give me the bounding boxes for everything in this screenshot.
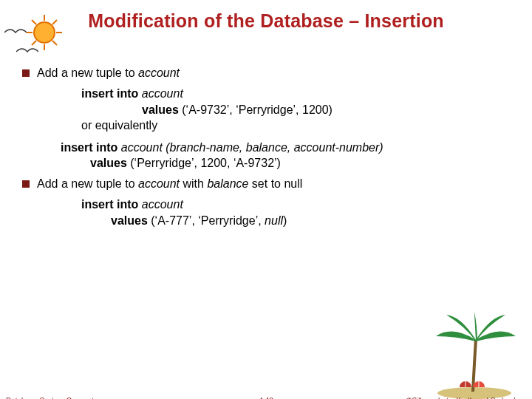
kw: insert into	[61, 141, 121, 154]
ident: account	[142, 87, 183, 100]
bullet-item: Add a new tuple to account with balance …	[22, 177, 510, 191]
ident: account (branch-name, balance, account-n…	[121, 141, 383, 154]
ident: account	[142, 198, 183, 211]
code-block: insert into account (branch-name, balanc…	[61, 140, 510, 171]
text: with	[180, 177, 207, 190]
bird-icon	[16, 46, 38, 58]
slide-title: Modification of the Database – Insertion	[0, 10, 532, 32]
italic-text: account	[138, 66, 180, 79]
bullet-square-icon	[22, 180, 30, 188]
code-block: insert into account values (‘A-777’, ‘Pe…	[81, 197, 510, 228]
kw: values	[90, 157, 130, 169]
vals: (‘A-777’, ‘Perryridge’,	[151, 214, 265, 227]
text: or equivalently	[81, 117, 510, 134]
bullet-text: Add a new tuple to account with balance …	[37, 177, 302, 191]
svg-line-9	[32, 41, 36, 45]
vals: (‘A-9732’, ‘Perryridge’, 1200)	[182, 103, 332, 116]
kw: values	[111, 214, 151, 227]
italic-text: balance	[207, 177, 248, 190]
svg-line-6	[32, 20, 36, 24]
text: Add a new tuple to	[37, 177, 138, 190]
text: Add a new tuple to	[37, 66, 138, 79]
slide-content: Add a new tuple to account insert into a…	[22, 66, 510, 234]
kw: insert into	[81, 87, 142, 100]
svg-line-8	[52, 20, 57, 24]
vals: (‘Perryridge’, 1200, ‘A-9732’)	[130, 157, 281, 169]
null-kw: null	[265, 214, 283, 227]
bullet-item: Add a new tuple to account	[22, 66, 510, 80]
bullet-text: Add a new tuple to account	[37, 66, 180, 80]
kw: values	[142, 103, 182, 116]
bullet-square-icon	[22, 69, 30, 77]
italic-text: account	[138, 177, 180, 190]
svg-line-7	[52, 41, 57, 45]
palm-tree-icon	[430, 310, 519, 399]
code-block: insert into account values (‘A-9732’, ‘P…	[81, 86, 510, 134]
vals: )	[283, 214, 287, 227]
slide: { "title": "Modification of the Database…	[0, 10, 532, 399]
text: set to null	[248, 177, 302, 190]
bird-icon	[4, 27, 27, 38]
kw: insert into	[81, 198, 142, 211]
